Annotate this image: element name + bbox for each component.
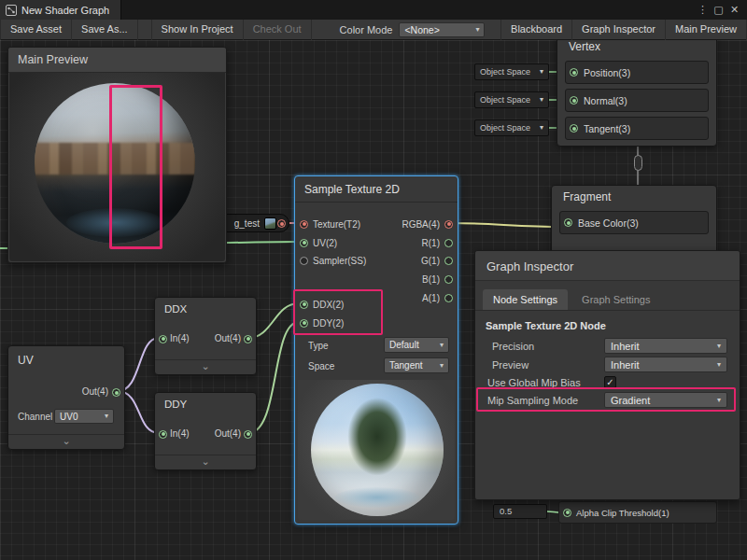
save-asset-button[interactable]: Save Asset: [0, 20, 72, 40]
window-controls: ⋮ ▢ ✕: [695, 0, 747, 20]
fragment-node-title: Fragment: [552, 186, 716, 206]
graph-inspector-panel: Graph Inspector Node Settings Graph Sett…: [474, 250, 740, 500]
r-output-port[interactable]: [444, 239, 453, 247]
g-output-port[interactable]: [444, 257, 453, 265]
tab-graph-settings[interactable]: Graph Settings: [571, 289, 660, 310]
ddx-out-port[interactable]: [244, 335, 252, 343]
shader-graph-tab[interactable]: New Shader Graph: [0, 0, 121, 20]
tangent-port-label: Tangent(3): [584, 123, 630, 134]
a-output-port[interactable]: [444, 294, 453, 302]
uv-out-port[interactable]: [112, 388, 120, 397]
toolbar: Save Asset Save As... Show In Project Ch…: [0, 20, 747, 40]
uv-channel-dropdown[interactable]: UV0 ▾: [54, 409, 114, 424]
precision-row: Precision Inherit ▾: [475, 337, 732, 355]
b-output-port[interactable]: [444, 275, 453, 284]
sampler-input-port[interactable]: [300, 257, 308, 265]
tangent-space-value: Object Space: [480, 123, 530, 133]
position-port-label: Position(3): [584, 67, 630, 78]
type-dropdown[interactable]: Default ▾: [384, 337, 449, 353]
uv-channel-label: Channel: [18, 412, 53, 422]
space-label: Space: [308, 361, 334, 371]
preview-row: Preview Inherit ▾: [475, 356, 732, 373]
wire-rgba-basecolor[interactable]: [449, 223, 564, 227]
ddx-collapse-button[interactable]: ⌄: [155, 359, 256, 374]
alpha-clip-input-port[interactable]: [563, 509, 571, 517]
texture-input-port[interactable]: [300, 220, 308, 229]
ddx-in-port[interactable]: [159, 335, 167, 343]
sampler-input-label: Sampler(SS): [313, 256, 366, 266]
uv-collapse-button[interactable]: ⌄: [8, 434, 124, 449]
show-in-project-button[interactable]: Show In Project: [151, 20, 244, 40]
preview-dropdown[interactable]: Inherit ▾: [604, 357, 727, 372]
maximize-icon[interactable]: ▢: [711, 0, 726, 20]
dropdown-arrow-icon: ▾: [540, 96, 543, 104]
vertex-row-position: Position(3): [565, 61, 709, 84]
b-output-label: B(1): [422, 274, 440, 285]
ddy-out-port[interactable]: [244, 430, 252, 439]
fragment-row-alphaclip: Alpha Clip Threshold(1): [558, 501, 717, 524]
uv-out-label: Out(4): [82, 386, 108, 397]
shader-graph-icon: [6, 5, 17, 16]
preview-value: Inherit: [611, 359, 640, 371]
toolbar-right-group: Blackboard Graph Inspector Main Preview: [500, 20, 747, 40]
graph-inspector-toggle-button[interactable]: Graph Inspector: [572, 20, 666, 40]
ddx-io-row: In(4) Out(4): [155, 328, 256, 350]
vertex-node[interactable]: Vertex Position(3) Normal(3) Tangent(3): [557, 35, 717, 147]
annotation-rect-mip-sampling: [476, 387, 736, 412]
base-color-input-port[interactable]: [564, 218, 572, 227]
type-value: Default: [389, 340, 419, 350]
color-mode-dropdown[interactable]: <None> ▾: [399, 22, 485, 37]
precision-dropdown[interactable]: Inherit ▾: [604, 338, 727, 354]
tangent-space-dropdown[interactable]: Object Space ▾: [474, 119, 549, 136]
sample-texture-node-title: Sample Texture 2D: [295, 176, 458, 203]
g-output-row: G(1): [421, 252, 453, 269]
ddx-in-label: In(4): [170, 333, 190, 343]
position-space-dropdown[interactable]: Object Space ▾: [474, 63, 549, 80]
inspector-node-heading: Sample Texture 2D Node: [486, 320, 606, 331]
main-preview-toggle-button[interactable]: Main Preview: [666, 20, 747, 40]
main-preview-header[interactable]: Main Preview: [8, 48, 226, 73]
normal-input-port[interactable]: [570, 96, 578, 105]
dropdown-arrow-icon: ▾: [540, 68, 543, 76]
texture-output-port[interactable]: [277, 219, 286, 228]
graph-inspector-header[interactable]: Graph Inspector: [475, 251, 740, 281]
r-output-row: R(1): [422, 234, 453, 251]
texture-input-row: Texture(T2): [300, 216, 360, 232]
color-mode-value: <None>: [404, 24, 439, 35]
texture-asset-label: g_test: [234, 218, 260, 229]
alpha-value-field[interactable]: 0.5: [493, 504, 547, 519]
g-output-label: G(1): [421, 256, 440, 266]
ddy-collapse-button[interactable]: ⌄: [155, 455, 256, 469]
ddy-node[interactable]: DDY In(4) Out(4) ⌄: [154, 392, 257, 470]
space-dropdown[interactable]: Tangent ▾: [384, 357, 449, 373]
title-bar: New Shader Graph ⋮ ▢ ✕: [0, 0, 747, 20]
menu-kebab-icon[interactable]: ⋮: [695, 0, 711, 20]
sampler-input-row: Sampler(SS): [300, 252, 366, 269]
blackboard-toggle-button[interactable]: Blackboard: [500, 20, 572, 40]
dropdown-arrow-icon: ▾: [440, 342, 444, 349]
mip-bias-label: Use Global Mip Bias: [487, 377, 604, 388]
position-input-port[interactable]: [570, 68, 578, 77]
vertex-row-normal: Normal(3): [565, 89, 709, 112]
dropdown-arrow-icon: ▾: [717, 361, 721, 369]
ddx-node[interactable]: DDX In(4) Out(4) ⌄: [154, 297, 257, 375]
dropdown-arrow-icon: ▾: [105, 413, 108, 420]
ddx-out-label: Out(4): [215, 333, 241, 343]
node-preview-sphere: [311, 384, 444, 516]
tangent-input-port[interactable]: [570, 124, 578, 133]
type-label: Type: [308, 341, 329, 351]
close-icon[interactable]: ✕: [726, 0, 742, 20]
ddy-in-port[interactable]: [159, 430, 167, 439]
tab-node-settings[interactable]: Node Settings: [483, 289, 568, 310]
save-as-button[interactable]: Save As...: [72, 20, 138, 40]
window-title: New Shader Graph: [21, 5, 109, 16]
uv-node[interactable]: UV Out(4) Channel UV0 ▾ ⌄: [7, 345, 125, 450]
rgba-output-port[interactable]: [444, 220, 453, 229]
a-output-label: A(1): [422, 293, 440, 303]
sample-texture-2d-node[interactable]: Sample Texture 2D Texture(T2) UV(2) Samp…: [294, 175, 458, 525]
b-output-row: B(1): [422, 271, 453, 287]
color-mode-label: Color Mode: [340, 24, 393, 35]
normal-space-dropdown[interactable]: Object Space ▾: [474, 91, 549, 108]
uv-input-port[interactable]: [300, 239, 308, 247]
precision-value: Inherit: [611, 341, 640, 352]
